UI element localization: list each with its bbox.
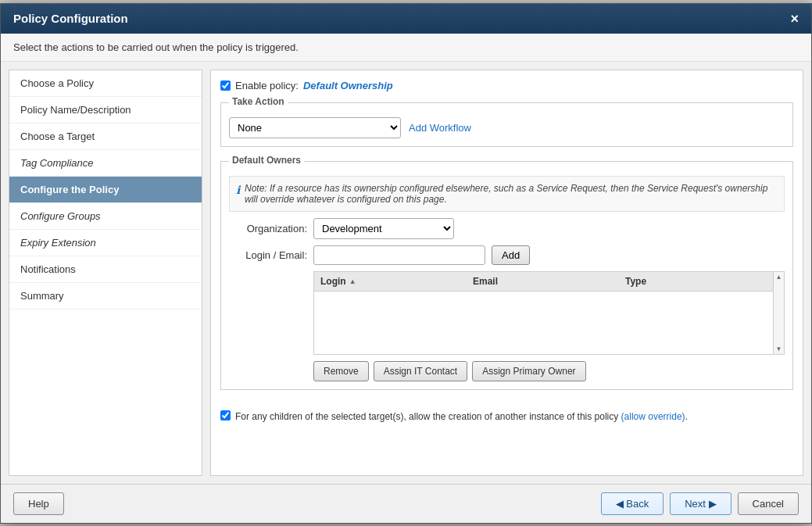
login-email-label: Login / Email: (229, 249, 307, 261)
column-type-label: Type (625, 276, 646, 287)
take-action-dropdown[interactable]: NoneNotifyTerminate (229, 117, 401, 138)
take-action-section: Take Action NoneNotifyTerminate Add Work… (220, 102, 793, 147)
assign-it-contact-button[interactable]: Assign IT Contact (374, 361, 468, 381)
action-buttons-row: RemoveAssign IT ContactAssign Primary Ow… (313, 361, 785, 381)
take-action-row: NoneNotifyTerminate Add Workflow (229, 117, 785, 138)
default-owners-section: Default Owners ℹ Note: If a resource has… (220, 161, 793, 390)
dialog-footer: Help ◀ Back Next ▶ Cancel (1, 484, 811, 523)
sidebar-item-tag-compliance[interactable]: Tag Compliance (9, 150, 202, 177)
note-text: Note: If a resource has its ownership co… (245, 183, 778, 205)
column-email: Email (473, 276, 625, 287)
sidebar-item-choose-target[interactable]: Choose a Target (9, 123, 202, 150)
table-body (314, 292, 784, 354)
remove-button[interactable]: Remove (313, 361, 369, 381)
enable-policy-name: Default Ownership (303, 80, 393, 91)
info-icon: ℹ (236, 184, 240, 196)
footer-left: Help (13, 492, 64, 515)
note-row: ℹ Note: If a resource has its ownership … (229, 176, 785, 212)
back-button[interactable]: ◀ Back (601, 492, 664, 515)
take-action-content: NoneNotifyTerminate Add Workflow (221, 108, 792, 146)
organization-dropdown[interactable]: DevelopmentProductionStaging (313, 218, 454, 239)
next-button[interactable]: Next ▶ (670, 492, 731, 515)
help-button[interactable]: Help (13, 492, 64, 515)
main-content: Enable policy: Default Ownership Take Ac… (210, 70, 803, 476)
add-button[interactable]: Add (492, 245, 530, 265)
enable-policy-row: Enable policy: Default Ownership (220, 80, 793, 91)
sidebar-item-notifications[interactable]: Notifications (9, 256, 202, 283)
sidebar-item-policy-name[interactable]: Policy Name/Description (9, 97, 202, 123)
column-type: Type (625, 276, 778, 287)
scroll-down-arrow[interactable]: ▼ (774, 344, 784, 354)
close-button[interactable]: × (790, 12, 799, 26)
sidebar-item-summary[interactable]: Summary (9, 283, 202, 310)
dialog-subtitle: Select the actions to be carried out whe… (1, 34, 811, 62)
override-row: For any children of the selected target(… (220, 410, 793, 424)
dialog-title-bar: Policy Configuration × (1, 4, 811, 34)
organization-row: Organization: DevelopmentProductionStagi… (229, 218, 785, 239)
sidebar: Choose a PolicyPolicy Name/DescriptionCh… (9, 70, 202, 476)
owners-table: Login ▲ Email Type ▲ (313, 271, 785, 355)
sidebar-item-expiry-extension[interactable]: Expiry Extension (9, 230, 202, 256)
sidebar-item-configure-groups[interactable]: Configure Groups (9, 203, 202, 230)
column-login: Login ▲ (320, 276, 473, 287)
login-email-row: Login / Email: Add (229, 245, 785, 265)
default-owners-legend: Default Owners (229, 155, 304, 166)
sidebar-item-choose-policy[interactable]: Choose a Policy (9, 70, 202, 97)
column-login-label: Login (320, 276, 346, 287)
override-link: (allow override) (621, 411, 685, 422)
sidebar-item-configure-policy[interactable]: Configure the Policy (9, 177, 202, 203)
default-owners-content: ℹ Note: If a resource has its ownership … (221, 166, 792, 389)
sort-icon: ▲ (349, 277, 356, 285)
take-action-legend: Take Action (229, 96, 288, 107)
dialog-title-text: Policy Configuration (13, 12, 128, 25)
dialog-body: Choose a PolicyPolicy Name/DescriptionCh… (1, 62, 811, 484)
enable-policy-checkbox[interactable] (220, 81, 231, 91)
organization-label: Organization: (229, 223, 307, 234)
policy-configuration-dialog: Policy Configuration × Select the action… (0, 3, 812, 524)
footer-right: ◀ Back Next ▶ Cancel (601, 492, 799, 515)
enable-policy-label: Enable policy: (235, 80, 299, 91)
add-workflow-link[interactable]: Add Workflow (409, 122, 471, 134)
column-email-label: Email (473, 276, 498, 287)
scrollbar[interactable]: ▲ ▼ (773, 272, 784, 354)
subtitle-text: Select the actions to be carried out whe… (13, 41, 299, 53)
scroll-up-arrow[interactable]: ▲ (774, 272, 784, 282)
assign-primary-owner-button[interactable]: Assign Primary Owner (472, 361, 585, 381)
login-email-input[interactable] (313, 245, 485, 265)
cancel-button[interactable]: Cancel (738, 492, 799, 515)
override-checkbox[interactable] (220, 410, 231, 420)
override-text: For any children of the selected target(… (235, 410, 688, 424)
table-header: Login ▲ Email Type (314, 272, 784, 292)
